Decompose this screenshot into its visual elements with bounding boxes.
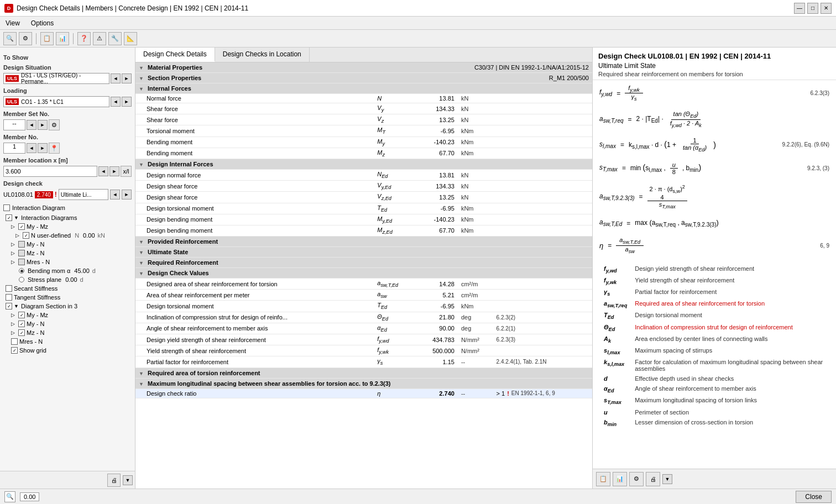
mz-n-2-checkbox[interactable]: ✓ bbox=[18, 329, 25, 336]
ds-prev-btn[interactable]: ◄ bbox=[111, 74, 121, 83]
loc-prev-btn[interactable]: ◄ bbox=[98, 166, 108, 176]
ms-prev-btn[interactable]: ◄ bbox=[27, 120, 36, 130]
toolbar-btn-2[interactable]: ⚙ bbox=[19, 32, 32, 45]
tree-mres-n[interactable]: ▷ Mres - N bbox=[3, 258, 132, 266]
toolbar-btn-7[interactable]: 🔧 bbox=[108, 32, 122, 45]
rp-expand-btn[interactable]: ▼ bbox=[662, 474, 672, 484]
secant-checkbox[interactable] bbox=[6, 285, 12, 292]
bending-radio[interactable] bbox=[19, 268, 24, 274]
internal-forces-expand[interactable]: ▼ bbox=[139, 86, 144, 92]
id-checkbox[interactable]: ✓ bbox=[6, 214, 12, 221]
required-torsion-expand[interactable]: ▼ bbox=[139, 371, 144, 376]
my-mz-2-expand[interactable]: ▷ bbox=[11, 312, 17, 318]
my-mz-expand[interactable]: ▷ bbox=[11, 224, 17, 229]
rp-btn-1[interactable]: 📋 bbox=[596, 472, 610, 486]
mres-n-checkbox[interactable] bbox=[18, 259, 25, 265]
tree-my-mz-1[interactable]: ▷ ✓ My - Mz bbox=[3, 222, 132, 231]
tree-mz-n[interactable]: ▷ Mz - N bbox=[3, 249, 132, 258]
center-scroll[interactable]: ▼ Material Properties C30/37 | DIN EN 19… bbox=[135, 62, 592, 489]
toolbar-btn-3[interactable]: 📋 bbox=[40, 32, 54, 45]
diagram-section-checkbox[interactable]: ✓ bbox=[6, 303, 12, 309]
my-n-2-checkbox[interactable]: ✓ bbox=[18, 321, 25, 327]
tangent-checkbox[interactable] bbox=[6, 294, 12, 301]
tree-mres-n-2[interactable]: Mres - N bbox=[3, 337, 132, 346]
mn-action-btn[interactable]: 📍 bbox=[49, 143, 60, 154]
close-window-button[interactable]: ✕ bbox=[821, 3, 832, 14]
dc-next-btn[interactable]: ► bbox=[122, 190, 132, 200]
design-forces-expand[interactable]: ▼ bbox=[139, 162, 144, 167]
check-values-expand[interactable]: ▼ bbox=[139, 271, 144, 276]
design-check-type[interactable]: Ultimate Li... bbox=[59, 189, 108, 200]
mz-n-expand[interactable]: ▷ bbox=[11, 250, 17, 256]
loading-next-btn[interactable]: ► bbox=[122, 97, 132, 107]
ultimate-state-expand[interactable]: ▼ bbox=[139, 250, 144, 255]
show-grid-checkbox[interactable]: ✓ bbox=[11, 347, 18, 354]
n-user-expand[interactable]: ▷ bbox=[15, 233, 21, 238]
ms-action-btn[interactable]: ⚙ bbox=[49, 119, 60, 130]
rp-btn-4[interactable]: 🖨 bbox=[646, 472, 660, 486]
tree-show-grid[interactable]: ✓ Show grid bbox=[3, 346, 132, 355]
my-n-checkbox[interactable] bbox=[18, 241, 25, 248]
menu-view[interactable]: View bbox=[3, 18, 22, 28]
my-n-2-expand[interactable]: ▷ bbox=[11, 321, 17, 327]
dc-prev-btn[interactable]: ◄ bbox=[110, 190, 120, 200]
max-spacing-expand[interactable]: ▼ bbox=[139, 381, 144, 387]
toolbar-btn-1[interactable]: 🔍 bbox=[3, 32, 17, 45]
tree-mz-n-2[interactable]: ▷ ✓ Mz - N bbox=[3, 328, 132, 337]
mn-prev-btn[interactable]: ◄ bbox=[27, 143, 36, 153]
tree-bending-mom[interactable]: Bending mom α 45.00 d bbox=[3, 266, 132, 275]
tree-my-n[interactable]: ▷ My - N bbox=[3, 240, 132, 249]
toolbar-btn-8[interactable]: 📐 bbox=[124, 32, 137, 45]
tree-my-n-2[interactable]: ▷ ✓ My - N bbox=[3, 319, 132, 328]
section-expand-icon[interactable]: ▼ bbox=[139, 76, 144, 81]
menu-options[interactable]: Options bbox=[29, 18, 56, 28]
print-btn[interactable]: 🖨 bbox=[107, 474, 121, 487]
mz-n-checkbox[interactable] bbox=[18, 250, 25, 256]
tree-tangent[interactable]: Tangent Stiffness bbox=[3, 293, 132, 302]
my-mz-checkbox[interactable]: ✓ bbox=[18, 223, 25, 230]
rp-btn-2[interactable]: 📊 bbox=[613, 472, 627, 486]
toolbar-btn-6[interactable]: ⚠ bbox=[93, 32, 106, 45]
tab-design-check-details[interactable]: Design Check Details bbox=[135, 48, 215, 62]
mn-next-btn[interactable]: ► bbox=[38, 143, 48, 153]
my-n-expand[interactable]: ▷ bbox=[11, 242, 17, 247]
material-expand-icon[interactable]: ▼ bbox=[139, 65, 144, 71]
interaction-diagram-label[interactable]: Interaction Diagram bbox=[3, 204, 132, 211]
close-button[interactable]: Close bbox=[796, 491, 832, 503]
n-user-checkbox[interactable]: ✓ bbox=[23, 232, 29, 239]
minimize-button[interactable]: — bbox=[794, 3, 805, 14]
provided-reinf-expand[interactable]: ▼ bbox=[139, 239, 144, 245]
stress-radio[interactable] bbox=[19, 277, 24, 282]
tree-my-mz-2[interactable]: ▷ ✓ My - Mz bbox=[3, 311, 132, 319]
toolbar-btn-5[interactable]: ❓ bbox=[77, 32, 91, 45]
loading-combo[interactable]: ULS CO1 - 1.35 * LC1 bbox=[3, 96, 109, 107]
loading-prev-btn[interactable]: ◄ bbox=[111, 97, 121, 107]
interaction-diagram-checkbox[interactable] bbox=[3, 204, 10, 211]
member-loc-combo[interactable]: 3.600 bbox=[3, 166, 97, 177]
my-mz-2-checkbox[interactable]: ✓ bbox=[18, 312, 25, 318]
mres-n-2-checkbox[interactable] bbox=[11, 338, 18, 345]
tree-interaction-diagrams[interactable]: ✓ ▼ Interaction Diagrams bbox=[3, 213, 132, 222]
design-situation-combo[interactable]: ULS DS1 - ULS (STR/GEO) - Permane... bbox=[3, 73, 109, 84]
diagram-section-expand[interactable]: ▼ bbox=[14, 303, 19, 309]
ms-next-btn[interactable]: ► bbox=[38, 120, 48, 130]
tree-secant[interactable]: Secant Stiffness bbox=[3, 284, 132, 293]
mres-n-expand[interactable]: ▷ bbox=[11, 259, 17, 265]
tree-n-user[interactable]: ▷ ✓ N user-defined N 0.00 kN bbox=[3, 231, 132, 240]
rp-btn-3[interactable]: ⚙ bbox=[629, 472, 644, 486]
status-search-btn[interactable]: 🔍 bbox=[4, 491, 15, 502]
id-expand[interactable]: ▼ bbox=[14, 215, 19, 221]
tree-stress-plane[interactable]: Stress plane 0.00 d bbox=[3, 275, 132, 284]
tree-diagram-section[interactable]: ✓ ▼ Diagram Section in 3 bbox=[3, 302, 132, 311]
member-set-input[interactable]: -- bbox=[3, 119, 25, 130]
tab-design-checks-location[interactable]: Design Checks in Location bbox=[215, 48, 310, 62]
print-expand-btn[interactable]: ▼ bbox=[123, 475, 133, 485]
mz-n-2-expand[interactable]: ▷ bbox=[11, 330, 17, 335]
loc-next-btn[interactable]: ► bbox=[109, 166, 119, 176]
loc-rel-btn[interactable]: x/l bbox=[121, 166, 132, 177]
toolbar-btn-4[interactable]: 📊 bbox=[56, 32, 69, 45]
required-reinf-expand[interactable]: ▼ bbox=[139, 260, 144, 266]
ds-next-btn[interactable]: ► bbox=[122, 74, 132, 83]
maximize-button[interactable]: □ bbox=[807, 3, 818, 14]
member-no-input[interactable]: 1 bbox=[3, 143, 25, 154]
